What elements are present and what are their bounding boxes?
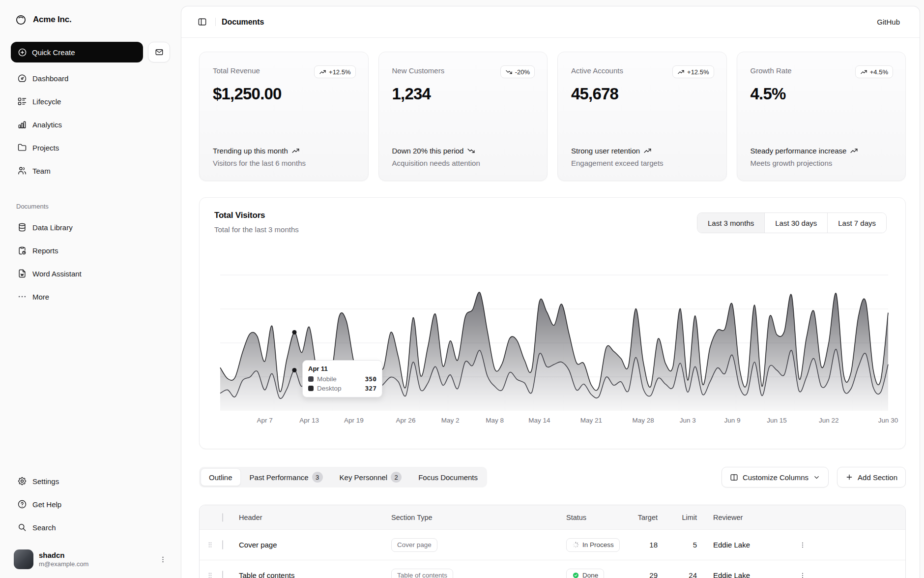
dots-horizontal-icon [17, 292, 27, 302]
drag-handle-icon[interactable] [206, 572, 214, 578]
stat-card-new-customers: New Customers -20% 1,234 Down 20% this p… [378, 52, 548, 181]
select-all-checkbox[interactable] [222, 513, 223, 522]
sidebar-item-reports[interactable]: Reports [11, 241, 170, 260]
file-word-icon [17, 269, 27, 278]
trending-up-icon [291, 147, 300, 155]
x-axis-tick: Jun 3 [680, 417, 696, 424]
row-checkbox[interactable] [222, 571, 223, 578]
dots-vertical-icon [159, 555, 167, 564]
section-tabs: Outline Past Performance 3 Key Personnel… [199, 467, 487, 487]
target-cell[interactable]: 18 [649, 541, 658, 549]
row-actions-button[interactable] [795, 568, 810, 578]
target-cell[interactable]: 29 [649, 571, 658, 578]
sections-table: Header Section Type Status Target Limit … [199, 505, 906, 578]
range-last-7-days[interactable]: Last 7 days [828, 213, 886, 233]
stat-footer: Steady performance increase Meets growth… [751, 146, 894, 167]
tab-count-badge: 2 [391, 472, 402, 483]
sidebar-item-label: Dashboard [32, 74, 68, 83]
tab-past-performance[interactable]: Past Performance 3 [242, 468, 331, 486]
org-switcher[interactable]: Acme Inc. [11, 10, 170, 30]
sidebar-item-more[interactable]: More [11, 287, 170, 306]
x-axis-tick: Jun 30 [878, 417, 898, 424]
section-tabs-row: Outline Past Performance 3 Key Personnel… [199, 467, 906, 487]
drag-handle-icon[interactable] [206, 541, 214, 548]
sidebar-item-lifecycle[interactable]: Lifecycle [11, 92, 170, 111]
tab-key-personnel[interactable]: Key Personnel 2 [332, 468, 410, 486]
range-last-30-days[interactable]: Last 30 days [765, 213, 828, 233]
reviewer-cell[interactable]: Eddie Lake [713, 541, 750, 549]
chart-subtitle: Total for the last 3 months [214, 225, 299, 234]
chart-tooltip: Apr 11 Mobile 350 Desktop 327 [302, 360, 382, 397]
stat-value: 1,234 [392, 85, 535, 103]
sidebar-item-search[interactable]: Search [11, 518, 170, 537]
tooltip-date: Apr 11 [308, 365, 376, 372]
column-header-reviewer: Reviewer [703, 514, 785, 521]
stat-card-growth-rate: Growth Rate +4.5% 4.5% Steady performanc… [737, 52, 906, 181]
range-last-3-months[interactable]: Last 3 months [697, 213, 765, 233]
tab-count-badge: 3 [312, 472, 323, 483]
stat-title: Total Revenue [213, 65, 260, 75]
stat-value: 4.5% [751, 85, 894, 103]
inbox-button[interactable] [148, 42, 170, 62]
quick-create-button[interactable]: Quick Create [11, 42, 143, 62]
sidebar-item-team[interactable]: Team [11, 161, 170, 180]
limit-cell[interactable]: 5 [693, 541, 697, 549]
sidebar-item-label: Analytics [32, 121, 62, 129]
sidebar-toggle-button[interactable] [194, 14, 210, 30]
user-menu[interactable]: shadcn m@example.com [11, 548, 170, 571]
column-header-target: Target [624, 514, 664, 521]
trend-badge: +12.5% [672, 65, 714, 78]
sidebar-item-analytics[interactable]: Analytics [11, 115, 170, 134]
loader-icon [572, 541, 579, 548]
row-header-cell[interactable]: Table of contents [239, 571, 294, 578]
plus-icon [845, 473, 853, 481]
tab-focus-documents[interactable]: Focus Documents [410, 468, 486, 486]
total-visitors-chart-card: Total Visitors Total for the last 3 mont… [199, 197, 906, 449]
divider [215, 18, 216, 26]
tab-outline[interactable]: Outline [201, 468, 241, 486]
sidebar-item-label: Projects [32, 144, 59, 152]
sidebar-item-data-library[interactable]: Data Library [11, 218, 170, 237]
nav-documents: Data Library Reports Word Assistant More [11, 218, 170, 306]
circle-check-icon [572, 572, 579, 578]
mail-icon [155, 48, 164, 57]
mobile-series-swatch [308, 376, 314, 382]
customize-columns-button[interactable]: Customize Columns [722, 467, 829, 487]
reviewer-cell[interactable]: Eddie Lake [713, 571, 750, 578]
sidebar-item-settings[interactable]: Settings [11, 472, 170, 490]
column-header-section-type: Section Type [389, 514, 564, 521]
row-checkbox[interactable] [222, 540, 223, 549]
limit-cell[interactable]: 24 [689, 571, 697, 578]
github-link[interactable]: GitHub [877, 18, 900, 26]
add-section-button[interactable]: Add Section [837, 467, 906, 487]
main-panel: Documents GitHub Total Revenue +12.5% $1… [181, 6, 920, 578]
acme-logo-icon [15, 14, 27, 26]
sidebar-item-projects[interactable]: Projects [11, 138, 170, 157]
row-actions-button[interactable] [795, 538, 810, 552]
stat-footer: Down 20% this period Acquisition needs a… [392, 146, 535, 167]
stat-footer: Trending up this month Visitors for the … [213, 146, 356, 167]
sidebar-item-word-assistant[interactable]: Word Assistant [11, 264, 170, 283]
trending-up-icon [319, 68, 326, 76]
sidebar-item-label: Search [32, 523, 56, 532]
x-axis-tick: Jun 22 [819, 417, 839, 424]
trend-badge: +4.5% [855, 65, 893, 78]
stat-value: 45,678 [571, 85, 714, 103]
sidebar-item-label: Lifecycle [32, 97, 61, 106]
avatar [14, 549, 33, 569]
row-header-cell[interactable]: Cover page [239, 541, 277, 549]
x-axis-tick: Apr 19 [344, 417, 364, 424]
x-axis: Apr 7Apr 13Apr 19Apr 26May 2May 8May 14M… [220, 417, 888, 426]
page-title: Documents [222, 18, 264, 27]
tooltip-row-mobile: Mobile 350 [308, 375, 376, 383]
content: Total Revenue +12.5% $1,250.00 Trending … [181, 52, 920, 578]
sidebar-item-get-help[interactable]: Get Help [11, 495, 170, 514]
search-icon [17, 522, 27, 532]
table-row: Table of contents Table of contents Done… [200, 560, 905, 578]
stat-card-active-accounts: Active Accounts +12.5% 45,678 Strong use… [557, 52, 727, 181]
panel-left-icon [198, 17, 207, 27]
stat-value: $1,250.00 [213, 85, 356, 103]
sidebar-item-dashboard[interactable]: Dashboard [11, 69, 170, 88]
sidebar-item-label: Settings [32, 477, 59, 486]
chart-title: Total Visitors [214, 211, 265, 220]
